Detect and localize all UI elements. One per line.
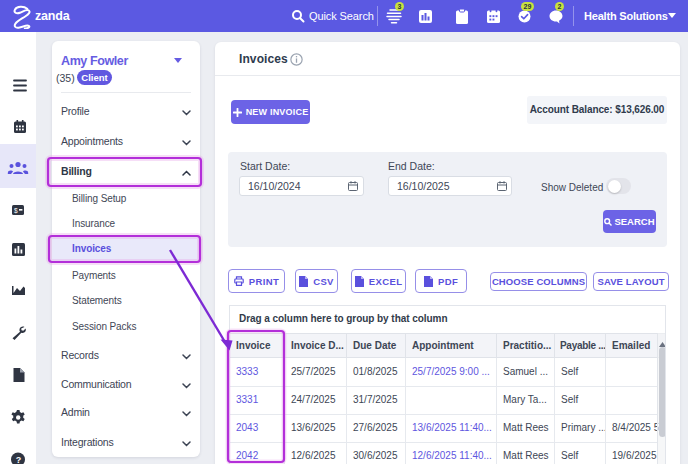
svg-text:?: ? — [16, 455, 22, 464]
svg-text:$: $ — [14, 207, 18, 214]
